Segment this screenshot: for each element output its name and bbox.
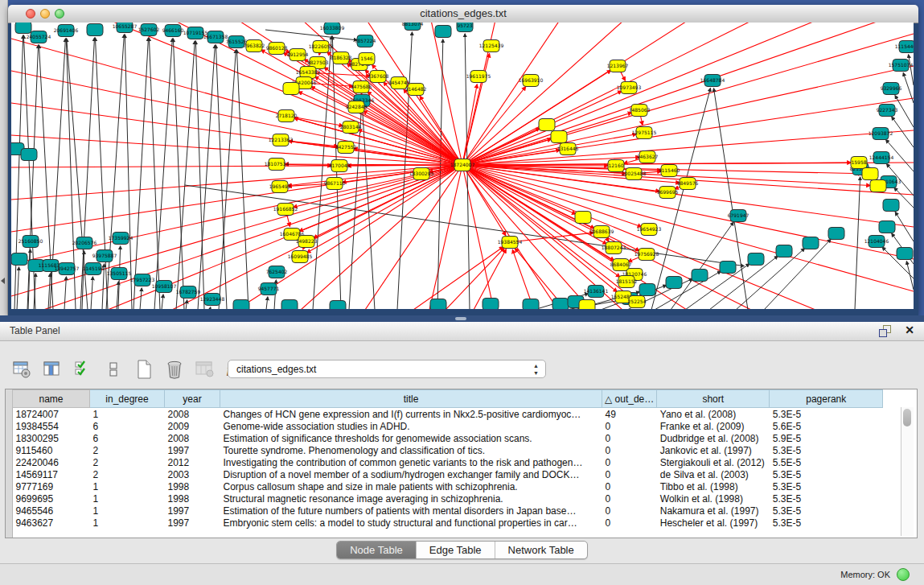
table-cell[interactable]: Jankovic et al. (1997) [657,444,770,456]
table-row[interactable]: 977716911998Corpus callosum shape and si… [13,480,883,492]
table-cell[interactable]: 6 [90,420,165,432]
split-divider[interactable] [0,315,924,322]
table-cell[interactable]: 9465546 [13,505,90,517]
table-cell[interactable]: 2009 [165,420,220,432]
table-cell[interactable]: 1 [90,517,165,529]
graph-node[interactable] [870,180,886,192]
table-cell[interactable]: 1998 [165,492,220,505]
graph-node[interactable] [879,221,895,233]
table-cell[interactable]: 0 [602,444,657,456]
table-cell[interactable]: 1 [90,492,165,505]
select-rows-icon[interactable] [72,359,93,380]
table-cell[interactable]: Franke et al. (2009) [657,420,770,432]
table-cell[interactable]: 49 [602,408,657,421]
table-cell[interactable]: 2 [90,444,165,456]
scrollbar-thumb[interactable] [903,409,911,426]
table-cell[interactable]: 9777169 [13,480,90,492]
graph-node[interactable] [523,299,539,310]
table-cell[interactable]: 5.3E-5 [770,517,883,529]
graph-node[interactable] [233,300,249,310]
table-row[interactable]: 2242004622012Investigating the contribut… [13,456,883,468]
table-cell[interactable]: Structural magnetic resonance image aver… [220,492,602,505]
new-table-icon[interactable] [133,359,154,380]
graph-node[interactable] [283,83,299,95]
graph-node[interactable] [579,300,595,310]
divider-grip-icon[interactable] [455,317,466,320]
graph-node[interactable] [551,131,567,143]
table-cell[interactable]: 1 [90,480,165,492]
table-cell[interactable]: 19384554 [13,420,90,432]
network-window-titlebar[interactable]: citations_edges.txt [8,5,918,23]
graph-node[interactable] [435,26,451,38]
table-cell[interactable]: Dudbridge et al. (2008) [657,432,770,444]
graph-node[interactable] [281,300,298,310]
control-panel-collapsed-strip[interactable] [0,0,8,317]
data-table[interactable]: namein_degreeyeartitle△ out_de…shortpage… [12,389,883,529]
network-graph-canvas[interactable]: 2405572420691406106552871527602946616010… [11,23,914,309]
table-cell[interactable]: 5.3E-5 [770,505,883,517]
table-cell[interactable]: 0 [602,505,657,517]
table-cell[interactable]: Investigating the contribution of common… [220,456,602,468]
table-row[interactable]: 1456911722003Disruption of a novel membe… [13,468,883,480]
graph-node[interactable] [776,245,792,257]
table-cell[interactable]: 0 [602,420,657,432]
expand-panel-arrow-icon[interactable] [1,278,5,284]
graph-node[interactable] [483,299,499,310]
table-cell[interactable]: 18724007 [13,408,90,421]
table-row[interactable]: 911546021997Tourette syndrome. Phenomeno… [13,444,883,456]
graph-node[interactable] [720,262,736,274]
tab-edge-table[interactable]: Edge Table [417,542,495,558]
table-cell[interactable]: 5.6E-5 [770,420,883,432]
table-cell[interactable]: 1997 [165,505,220,517]
table-cell[interactable]: Wolkin et al. (1998) [657,492,770,505]
table-cell[interactable]: 0 [602,492,657,505]
graph-node[interactable] [828,228,844,240]
table-cell[interactable]: 2 [90,456,165,468]
graph-node[interactable] [21,149,37,161]
table-cell[interactable]: 5.3E-5 [770,444,883,456]
table-cell[interactable]: 2008 [165,408,220,421]
table-cell[interactable]: Corpus callosum shape and size in male p… [220,480,602,492]
table-cell[interactable]: 22420046 [13,456,90,468]
graph-node[interactable] [639,284,655,296]
table-cell[interactable]: Disruption of a novel member of a sodium… [220,468,602,480]
table-cell[interactable]: de Silva et al. (2003) [657,468,770,480]
graph-node[interactable] [330,301,346,310]
graph-node[interactable] [883,200,899,212]
graph-node[interactable] [862,168,878,180]
table-cell[interactable]: 1998 [165,480,220,492]
graph-node[interactable] [803,237,819,249]
graph-node[interactable] [430,299,446,310]
table-cell[interactable]: Stergiakouli et al. (2012) [657,456,770,468]
table-cell[interactable]: 18300295 [13,432,90,444]
table-cell[interactable]: Estimation of significance thresholds fo… [220,432,602,444]
column-header-year[interactable]: year [165,390,220,408]
table-cell[interactable]: 2003 [165,468,220,480]
table-cell[interactable]: Hescheler et al. (1997) [657,517,770,529]
table-cell[interactable]: 1997 [165,444,220,456]
table-cell[interactable]: 2008 [165,432,220,444]
table-cell[interactable]: 14569117 [13,468,90,480]
table-cell[interactable]: 1 [90,505,165,517]
table-row[interactable]: 1872400712008Changes of HCN gene express… [13,408,883,421]
table-cell[interactable]: 1 [90,408,165,421]
table-cell[interactable]: Tourette syndrome. Phenomenology and cla… [220,444,602,456]
table-row[interactable]: 1830029562008Estimation of significance … [13,432,883,444]
table-cell[interactable]: 0 [602,456,657,468]
stacked-rows-icon[interactable] [103,359,124,380]
table-cell[interactable]: 2012 [165,456,220,468]
table-cell[interactable]: 0 [602,468,657,480]
table-cell[interactable]: 0 [602,480,657,492]
graph-node[interactable] [897,248,913,260]
vertical-scrollbar[interactable] [901,407,914,536]
tab-network-table[interactable]: Network Table [495,542,587,558]
table-cell[interactable]: 9115460 [13,444,90,456]
column-header-title[interactable]: title [220,390,602,408]
graph-node[interactable] [15,23,31,34]
table-cell[interactable]: Tibbo et al. (1998) [657,480,770,492]
table-cell[interactable]: 6 [90,432,165,444]
graph-node[interactable] [539,119,555,131]
table-row[interactable]: 1938455462009Genome-wide association stu… [13,420,883,432]
graph-node[interactable] [692,270,708,282]
table-cell[interactable]: 5.3E-5 [770,468,883,480]
